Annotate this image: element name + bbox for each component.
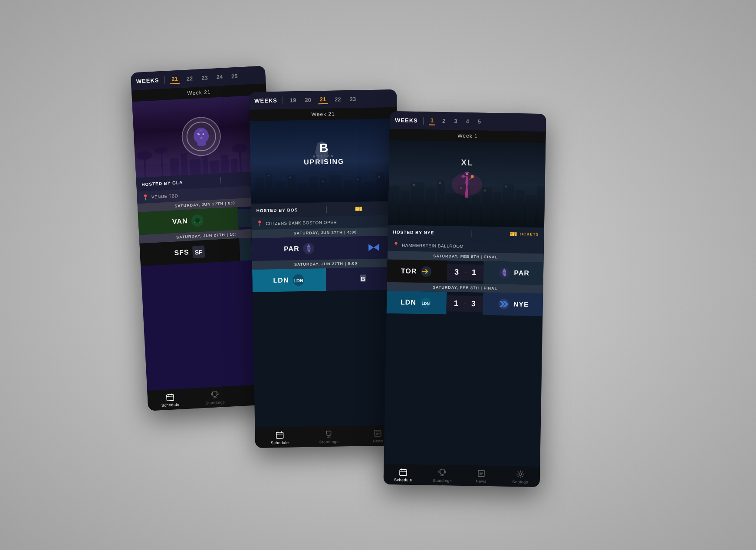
svg-rect-61 xyxy=(276,432,283,438)
screen2-team4-icon: B xyxy=(356,272,370,286)
screen3-nav-schedule[interactable]: Schedule xyxy=(384,464,423,485)
screen1-lion-icon xyxy=(185,120,217,152)
screen3-match1: SATURDAY, FEB 8TH | FINAL TOR 3 · xyxy=(387,250,544,284)
screen1-location-icon: 📍 xyxy=(142,194,149,200)
screen2-week-23[interactable]: 23 xyxy=(348,95,358,103)
screen3-match2-score2: 3 xyxy=(468,299,479,308)
svg-rect-11 xyxy=(189,159,201,175)
svg-text:B: B xyxy=(319,141,329,154)
screen3-team2-abbr: PAR xyxy=(514,269,529,277)
screen3-team2-icon xyxy=(497,266,512,280)
svg-text:BOSTON: BOSTON xyxy=(313,155,335,158)
screen3-match1-row[interactable]: TOR 3 · 1 xyxy=(387,259,544,284)
screen1-week-25[interactable]: 25 xyxy=(230,72,240,80)
screen1-nav-standings-label: Standings xyxy=(205,400,225,405)
screen2-host-divider xyxy=(326,205,327,212)
screen3-match2: SATURDAY, FEB 8TH | FINAL LDN LDN 1 · 3 xyxy=(386,282,543,316)
screen2-team1-abbr: PAR xyxy=(284,245,299,253)
screen1-nav-schedule-label: Schedule xyxy=(161,402,180,407)
screen2-phone: WEEKS 19 20 21 22 23 Week 21 xyxy=(249,89,403,448)
svg-rect-15 xyxy=(230,158,238,173)
screen2-nav-standings[interactable]: Standings xyxy=(304,425,354,447)
screen3-match1-divider: · xyxy=(464,268,466,275)
screen3-hero: XL xyxy=(388,140,546,227)
screen3-week-5[interactable]: 5 xyxy=(476,117,483,125)
screen1-venue-text: VENUE TBD xyxy=(151,193,178,199)
screen2-match2-row[interactable]: LDN LDN B xyxy=(252,267,400,292)
screen2-match1-row[interactable]: PAR xyxy=(252,236,400,261)
screen3-tickets-btn[interactable]: 🎫 TICKETS xyxy=(509,230,539,237)
screen2-nav-news-label: News xyxy=(373,438,384,443)
svg-point-6 xyxy=(232,143,248,153)
screen1-week-21[interactable]: 21 xyxy=(170,74,180,84)
screen3-calendar-icon xyxy=(399,468,408,476)
screen2-week-20[interactable]: 20 xyxy=(303,96,313,104)
screen1-team-logo xyxy=(181,115,222,157)
screen1-nav-schedule[interactable]: Schedule xyxy=(147,388,193,411)
screen3-match2-row[interactable]: LDN LDN 1 · 3 xyxy=(386,290,543,316)
screen3-week-1[interactable]: 1 xyxy=(429,116,436,125)
screen1-host-label: HOSTED BY GLA xyxy=(141,180,183,187)
screen3-match1-score1: 3 xyxy=(451,267,462,276)
screen2-weeks-divider xyxy=(283,96,283,104)
svg-text:LDN: LDN xyxy=(421,301,430,306)
svg-rect-83 xyxy=(515,190,524,227)
svg-text:UPRISING: UPRISING xyxy=(304,157,345,165)
screen2-team1-cell: PAR xyxy=(252,237,348,261)
screen3-week-4[interactable]: 4 xyxy=(464,117,471,125)
screen2-location-icon: 📍 xyxy=(256,220,263,226)
svg-point-110 xyxy=(519,473,522,475)
screen3-week-2[interactable]: 2 xyxy=(440,116,447,125)
svg-rect-40 xyxy=(309,176,318,202)
svg-rect-82 xyxy=(503,183,514,227)
screen2-newspaper-icon xyxy=(374,428,382,437)
svg-rect-84 xyxy=(526,194,536,227)
screen3-venue-text: HAMMERSTEIN BALLROOM xyxy=(402,242,463,248)
svg-rect-13 xyxy=(210,160,220,174)
screen3-tickets-label: TICKETS xyxy=(519,232,539,237)
screen3-phone: WEEKS 1 2 3 4 5 Week 1 xyxy=(384,111,546,487)
svg-text:SF: SF xyxy=(194,248,203,256)
screen3-host-divider xyxy=(471,230,472,237)
screen3-weeks-label: WEEKS xyxy=(395,117,418,124)
screen3-nav-news[interactable]: News xyxy=(461,465,501,486)
svg-rect-72 xyxy=(388,185,400,224)
svg-text:XL: XL xyxy=(461,158,473,167)
screens-container: WEEKS 21 22 23 24 25 Week 21 xyxy=(139,47,617,503)
screen1-week-23[interactable]: 23 xyxy=(200,73,210,82)
screen3-team3-abbr: LDN xyxy=(401,298,416,306)
svg-text:LDN: LDN xyxy=(293,277,303,283)
screen1-nav-standings[interactable]: Standings xyxy=(192,385,238,408)
screen2-nav-standings-label: Standings xyxy=(319,439,339,444)
screen2-week-19[interactable]: 19 xyxy=(288,96,298,104)
svg-rect-90 xyxy=(505,185,507,187)
svg-rect-39 xyxy=(298,183,308,202)
screen1-week-22[interactable]: 22 xyxy=(184,74,194,82)
svg-rect-37 xyxy=(274,181,286,203)
screen2-team3-cell: LDN LDN xyxy=(252,268,326,292)
screen3-bottom-nav: Schedule Standings News Settings xyxy=(384,464,540,487)
svg-rect-45 xyxy=(364,182,375,201)
screen1-week-24[interactable]: 24 xyxy=(214,72,224,81)
screen3-host-label: HOSTED BY NYE xyxy=(393,229,434,235)
screen2-nav-schedule[interactable]: Schedule xyxy=(255,426,304,448)
screen1-trophy-icon xyxy=(210,390,219,399)
screen2-venue-text: CITIZENS BANK BOSTON OPER xyxy=(266,220,337,226)
screen2-weeks-header: WEEKS 19 20 21 22 23 xyxy=(249,89,397,110)
screen3-nav-settings[interactable]: Settings xyxy=(500,466,540,487)
screen3-nav-schedule-label: Schedule xyxy=(394,478,412,482)
screen2-week-22[interactable]: 22 xyxy=(333,95,343,103)
screen3-week-3[interactable]: 3 xyxy=(452,117,459,125)
svg-point-4 xyxy=(154,146,168,154)
screen2-week-21[interactable]: 21 xyxy=(318,95,328,104)
svg-rect-85 xyxy=(537,186,545,227)
svg-rect-12 xyxy=(202,154,208,174)
screen3-nav-standings[interactable]: Standings xyxy=(423,464,462,486)
screen3-team1-cell: TOR xyxy=(387,259,447,283)
screen3-newspaper-icon xyxy=(477,469,486,478)
svg-rect-10 xyxy=(181,153,188,175)
svg-rect-35 xyxy=(255,177,264,203)
screen3-team3-cell: LDN LDN xyxy=(386,290,447,314)
screen1-team1-icon xyxy=(190,213,205,228)
screen2-host-label: HOSTED BY BOS xyxy=(256,207,298,213)
